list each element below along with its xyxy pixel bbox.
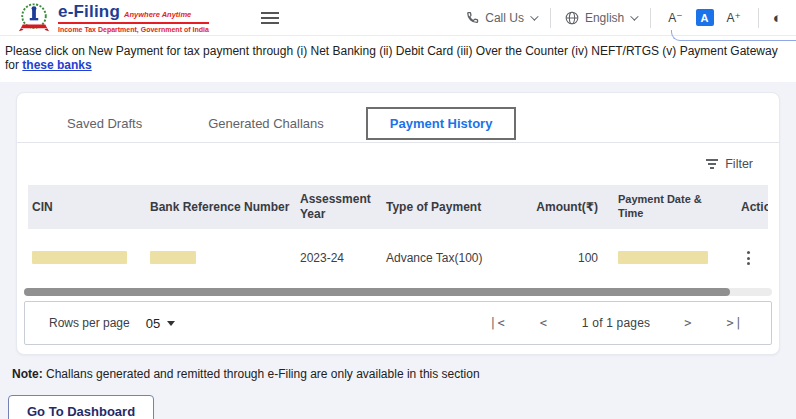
col-header-cin: CIN <box>28 200 146 215</box>
col-header-actions: Actions <box>723 200 768 215</box>
scrollbar-thumb[interactable] <box>24 288 730 296</box>
tab-saved-drafts[interactable]: Saved Drafts <box>43 108 166 139</box>
last-page-button[interactable]: >| <box>727 316 743 330</box>
chevron-down-icon <box>630 12 638 20</box>
phone-icon <box>466 11 479 24</box>
go-to-dashboard-button[interactable]: Go To Dashboard <box>8 395 154 419</box>
prev-page-button[interactable]: < <box>540 316 548 330</box>
horizontal-scrollbar[interactable] <box>24 288 772 296</box>
divider <box>650 8 651 28</box>
menu-icon[interactable] <box>261 12 279 24</box>
bank-reference-redacted-value <box>150 251 196 264</box>
col-header-bank-reference: Bank Reference Number <box>146 200 296 215</box>
cell-payment-date-time <box>598 251 723 264</box>
brand-title: e-Filing <box>58 3 120 20</box>
col-header-assessment-year: Assessment Year <box>296 192 382 222</box>
filter-icon <box>706 159 718 169</box>
cell-assessment-year: 2023-24 <box>296 251 382 265</box>
note-label: Note: <box>12 367 43 381</box>
footnote: Note: Challans generated and remitted th… <box>6 367 780 381</box>
payment-notice: Please click on New Payment for tax paym… <box>0 36 796 82</box>
call-us-label: Call Us <box>485 11 524 25</box>
col-header-type-of-payment: Type of Payment <box>382 200 518 215</box>
row-actions-kebab-icon[interactable] <box>741 250 755 265</box>
col-header-amount: Amount(₹) <box>518 200 598 215</box>
first-page-button[interactable]: |< <box>489 316 505 330</box>
pagination-bar: Rows per page 05 |< < 1 of 1 pages > >| <box>24 301 772 345</box>
font-decrease-button[interactable]: A⁻ <box>665 11 685 25</box>
font-increase-button[interactable]: A⁺ <box>724 11 744 25</box>
table-row: 2023-24 Advance Tax(100) 100 <box>28 229 768 286</box>
brand-subtitle: Income Tax Department, Government of Ind… <box>58 26 209 33</box>
brand-tagline: Anywhere Anytime <box>124 11 191 19</box>
main-content: Saved Drafts Generated Challans Payment … <box>0 82 796 419</box>
cutoff-outline-fragment <box>671 30 796 41</box>
rows-per-page-select[interactable]: 05 <box>146 316 175 331</box>
font-normal-button[interactable]: A <box>696 9 714 26</box>
cell-bank-reference <box>146 251 296 264</box>
next-page-button[interactable]: > <box>684 316 692 330</box>
cell-cin <box>28 251 146 264</box>
contrast-toggle-icon[interactable]: ◐ <box>773 10 782 25</box>
filter-button[interactable]: Filter <box>706 157 753 171</box>
page-status: 1 of 1 pages <box>582 316 650 330</box>
caret-down-icon <box>167 321 175 326</box>
call-us-menu[interactable]: Call Us <box>466 11 536 25</box>
filter-label: Filter <box>725 157 753 171</box>
chevron-down-icon <box>530 12 538 20</box>
divider <box>758 8 759 28</box>
tab-generated-challans[interactable]: Generated Challans <box>184 108 348 139</box>
table-header-row: CIN Bank Reference Number Assessment Yea… <box>28 185 768 229</box>
divider <box>550 8 551 28</box>
tab-payment-history[interactable]: Payment History <box>366 107 517 140</box>
cell-amount: 100 <box>518 251 598 265</box>
payment-history-table: CIN Bank Reference Number Assessment Yea… <box>28 185 768 286</box>
india-emblem-icon <box>18 2 50 34</box>
these-banks-link[interactable]: these banks <box>22 58 91 72</box>
rows-per-page-value: 05 <box>146 316 160 331</box>
cin-redacted-value <box>32 251 127 264</box>
cell-type-of-payment: Advance Tax(100) <box>382 251 518 265</box>
notice-text: Please click on New Payment for tax paym… <box>5 44 778 72</box>
payment-date-redacted-value <box>618 251 708 264</box>
language-label: English <box>585 11 624 25</box>
language-menu[interactable]: English <box>565 11 636 25</box>
globe-icon <box>565 11 579 25</box>
payment-card: Saved Drafts Generated Challans Payment … <box>16 92 780 355</box>
cell-actions <box>723 250 768 265</box>
rows-per-page-label: Rows per page <box>49 316 130 330</box>
note-text: Challans generated and remitted through … <box>43 367 480 381</box>
efiling-logo: e-Filing Anywhere Anytime Income Tax Dep… <box>18 2 209 34</box>
col-header-payment-date-time: Payment Date & Time <box>598 193 723 221</box>
tab-bar: Saved Drafts Generated Challans Payment … <box>17 93 779 140</box>
